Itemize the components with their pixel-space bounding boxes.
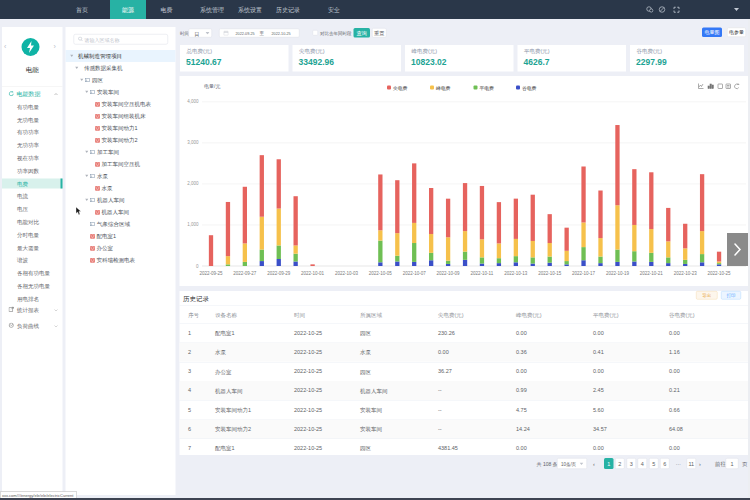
svg-text:2022-10-05: 2022-10-05 bbox=[369, 271, 393, 276]
svg-text:2022-10-15: 2022-10-15 bbox=[538, 271, 562, 276]
svg-text:0: 0 bbox=[196, 264, 199, 269]
svg-text:2022-10-09: 2022-10-09 bbox=[437, 271, 461, 276]
svg-text:2022-10-19: 2022-10-19 bbox=[606, 271, 630, 276]
svg-text:2022-10-17: 2022-10-17 bbox=[572, 271, 596, 276]
svg-text:2022-09-27: 2022-09-27 bbox=[233, 271, 257, 276]
svg-text:4,000: 4,000 bbox=[187, 99, 199, 104]
svg-text:2022-10-23: 2022-10-23 bbox=[674, 271, 698, 276]
svg-text:2,000: 2,000 bbox=[187, 181, 199, 186]
svg-text:2022-09-29: 2022-09-29 bbox=[267, 271, 291, 276]
svg-text:2022-10-25: 2022-10-25 bbox=[708, 271, 732, 276]
svg-text:2022-10-01: 2022-10-01 bbox=[301, 271, 325, 276]
svg-text:2022-10-13: 2022-10-13 bbox=[504, 271, 528, 276]
svg-text:2022-09-25: 2022-09-25 bbox=[199, 271, 223, 276]
svg-text:1,000: 1,000 bbox=[187, 222, 199, 227]
svg-text:2022-10-21: 2022-10-21 bbox=[640, 271, 664, 276]
svg-text:2022-10-11: 2022-10-11 bbox=[471, 271, 494, 276]
svg-text:2022-10-07: 2022-10-07 bbox=[403, 271, 427, 276]
svg-text:2022-10-03: 2022-10-03 bbox=[335, 271, 359, 276]
svg-text:3,000: 3,000 bbox=[187, 140, 199, 145]
